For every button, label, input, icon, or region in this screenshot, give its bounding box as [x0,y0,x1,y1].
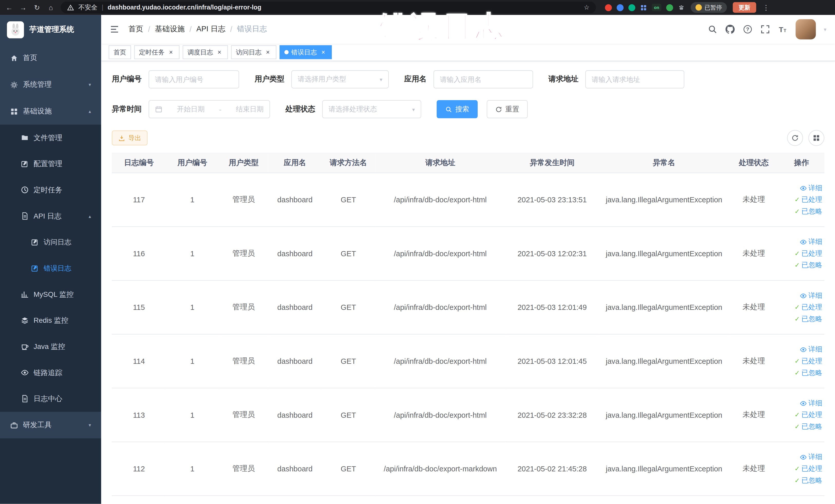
refresh-table-button[interactable] [787,130,803,146]
sidebar-item-error-log[interactable]: 错误日志 [0,255,101,281]
search-button[interactable]: 搜索 [436,100,478,118]
apps-grid-extension-icon[interactable] [640,4,647,11]
back-button[interactable]: ← [5,3,13,11]
detail-link[interactable]: 详细 [781,182,822,194]
bookmark-star-icon[interactable]: ☆ [584,4,589,11]
address-bar[interactable]: 不安全 | dashboard.yudao.iocoder.cn/infra/l… [61,2,596,13]
search-icon[interactable] [708,24,717,34]
close-icon[interactable]: × [216,48,223,56]
breadcrumb-infra[interactable]: 基础设施 [155,24,185,34]
cell-log-id: 117 [112,173,166,227]
tab-home[interactable]: 首页 [108,45,131,59]
mark-ignored-link[interactable]: ✓ 已忽略 [781,367,822,379]
tab-scheduled-jobs[interactable]: 定时任务 × [134,45,179,59]
sidebar-item-java-monitor[interactable]: Java 监控 [0,334,101,360]
cell-request-url: /api/infra/db-doc/export-markdown [375,442,505,496]
sidebar-item-config-manage[interactable]: 配置管理 [0,151,101,177]
sidebar-item-tracing[interactable]: 链路追踪 [0,360,101,386]
tab-access-log[interactable]: 访问日志 × [231,45,276,59]
detail-link[interactable]: 详细 [781,398,822,409]
sidebar-item-redis-monitor[interactable]: Redis 监控 [0,307,101,334]
user-id-input[interactable] [155,76,233,83]
forward-button[interactable]: → [19,3,27,11]
cell-exception-time: 2021-05-02 23:32:28 [505,388,599,442]
tab-error-log[interactable]: 错误日志 × [280,45,332,59]
teal-circle-extension-icon[interactable] [628,4,635,11]
page-content: 用户编号 用户类型 请选择用户类型 ▾ 应用名 [101,61,835,504]
breadcrumb-home[interactable]: 首页 [128,24,143,34]
breadcrumb-api-log[interactable]: API 日志 [196,24,225,34]
app-name-input[interactable] [440,76,527,83]
cell-method: GET [321,280,375,334]
mark-processed-link[interactable]: ✓ 已处理 [781,301,822,313]
blue-circle-extension-icon[interactable] [616,4,624,11]
eye-icon [800,454,807,461]
close-icon[interactable]: × [264,48,271,56]
cell-exception-name: java.lang.IllegalArgumentException [599,388,729,442]
paw-extension-icon[interactable] [678,4,685,11]
sidebar-item-dev-tools[interactable]: 研发工具 ▾ [0,412,101,439]
sidebar-item-infra[interactable]: 基础设施 ▴ [0,98,101,125]
mark-processed-link[interactable]: ✓ 已处理 [781,355,822,367]
user-type-select[interactable]: 请选择用户类型 ▾ [291,70,389,88]
request-url-input[interactable] [592,76,678,83]
cell-app-name: dashboard [268,388,321,442]
process-status-select[interactable]: 请选择处理状态 ▾ [322,100,421,118]
check-icon: ✓ [794,463,800,475]
green-circle-extension-icon[interactable] [666,4,673,11]
mark-processed-link[interactable]: ✓ 已处理 [781,409,822,421]
mark-processed-link[interactable]: ✓ 已处理 [781,463,822,475]
mark-ignored-link[interactable]: ✓ 已忽略 [781,421,822,432]
cell-exception-name: java.lang.IllegalArgumentException [599,442,729,496]
date-range-picker[interactable]: 开始日期 - 结束日期 [149,100,270,118]
home-button[interactable]: ⌂ [47,3,55,11]
detail-link[interactable]: 详细 [781,344,822,355]
fullscreen-icon[interactable] [760,24,770,34]
cell-app-name: dashboard [268,334,321,388]
cell-request-url: /api/infra/db-doc/export-html [375,388,505,442]
sidebar-item-api-log[interactable]: API 日志 ▴ [0,203,101,229]
column-header: 日志编号 [112,153,166,173]
reload-button[interactable]: ↻ [33,3,41,11]
collapse-sidebar-icon[interactable] [109,24,119,34]
paused-badge[interactable]: 已暂停 [691,2,727,13]
sidebar-item-home[interactable]: 首页 [0,45,101,72]
update-button[interactable]: 更新 [733,2,756,13]
column-settings-button[interactable] [808,130,824,146]
switch-on-badge-icon[interactable]: on [652,4,661,11]
sidebar-item-system[interactable]: 系统管理 ▾ [0,72,101,98]
tab-schedule-log[interactable]: 调度日志 × [183,45,228,59]
detail-link[interactable]: 详细 [781,236,822,248]
sidebar-item-mysql-monitor[interactable]: MySQL 监控 [0,281,101,307]
mark-ignored-link[interactable]: ✓ 已忽略 [781,475,822,486]
browser-menu-icon[interactable]: ⋮ [762,3,770,11]
close-icon[interactable]: × [167,48,175,56]
cell-status: 未处理 [729,227,778,281]
cell-status: 未处理 [729,280,778,334]
reset-button[interactable]: 重置 [487,100,528,118]
github-icon[interactable] [726,24,735,34]
edit-square-icon [21,160,29,168]
detail-link[interactable]: 详细 [781,290,822,302]
font-size-icon[interactable] [778,24,788,34]
sidebar-item-scheduled-jobs[interactable]: 定时任务 [0,177,101,203]
mark-processed-link[interactable]: ✓ 已处理 [781,194,822,206]
close-icon[interactable]: × [320,48,327,56]
sidebar-item-file-manage[interactable]: 文件管理 [0,124,101,151]
sidebar-item-log-center[interactable]: 日志中心 [0,386,101,412]
mark-ignored-link[interactable]: ✓ 已忽略 [781,313,822,325]
detail-link[interactable]: 详细 [781,451,822,463]
mark-ignored-link[interactable]: ✓ 已忽略 [781,259,822,271]
export-button[interactable]: 导出 [112,130,148,145]
avatar-caret-down-icon[interactable]: ▾ [824,26,826,32]
sidebar-logo[interactable]: 芋道管理系统 [0,15,101,45]
user-avatar[interactable] [795,19,816,40]
cell-user-type: 管理员 [219,334,268,388]
mark-processed-link[interactable]: ✓ 已处理 [781,248,822,260]
red-circle-extension-icon[interactable] [605,4,612,11]
sidebar-item-access-log[interactable]: 访问日志 [0,229,101,255]
mark-ignored-link[interactable]: ✓ 已忽略 [781,206,822,218]
active-tab-dot [284,50,289,55]
help-question-icon[interactable] [743,24,752,34]
column-header: 操作 [779,153,824,173]
